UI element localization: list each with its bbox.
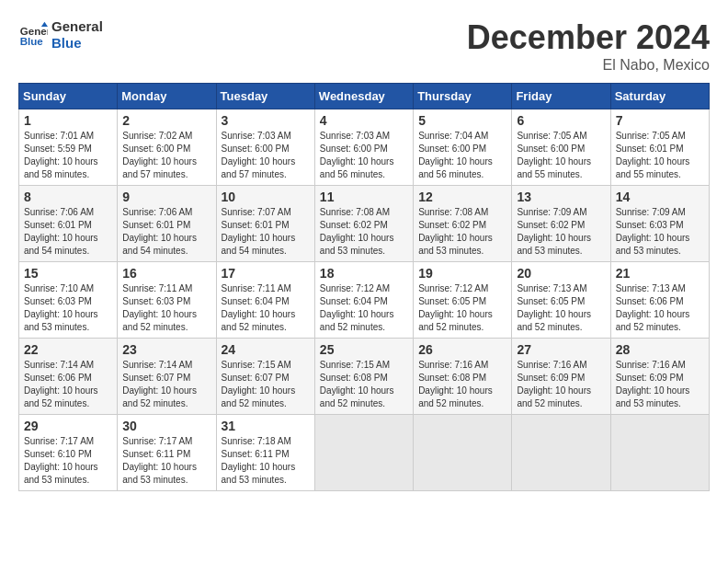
calendar-cell: 23Sunrise: 7:14 AM Sunset: 6:07 PM Dayli…	[118, 339, 216, 415]
calendar-cell: 9Sunrise: 7:06 AM Sunset: 6:01 PM Daylig…	[118, 186, 216, 262]
day-info: Sunrise: 7:11 AM Sunset: 6:03 PM Dayligh…	[122, 282, 210, 334]
day-info: Sunrise: 7:10 AM Sunset: 6:03 PM Dayligh…	[24, 282, 112, 334]
day-number: 3	[222, 113, 310, 128]
day-info: Sunrise: 7:17 AM Sunset: 6:10 PM Dayligh…	[24, 435, 112, 487]
calendar-cell	[414, 415, 512, 491]
day-number: 1	[24, 113, 112, 128]
title-block: December 2024 El Nabo, Mexico	[467, 18, 710, 74]
calendar-cell: 29Sunrise: 7:17 AM Sunset: 6:10 PM Dayli…	[19, 415, 118, 491]
day-number: 28	[616, 342, 704, 357]
calendar-cell: 15Sunrise: 7:10 AM Sunset: 6:03 PM Dayli…	[19, 262, 118, 339]
day-info: Sunrise: 7:06 AM Sunset: 6:01 PM Dayligh…	[24, 206, 112, 258]
day-info: Sunrise: 7:12 AM Sunset: 6:05 PM Dayligh…	[418, 282, 506, 334]
day-number: 19	[418, 266, 506, 281]
week-row-5: 29Sunrise: 7:17 AM Sunset: 6:10 PM Dayli…	[19, 415, 710, 491]
logo: General Blue General Blue	[18, 18, 103, 52]
logo-blue: Blue	[51, 35, 103, 52]
calendar-cell: 11Sunrise: 7:08 AM Sunset: 6:02 PM Dayli…	[314, 186, 413, 262]
day-number: 29	[24, 419, 112, 433]
day-number: 25	[320, 342, 408, 357]
calendar-cell: 31Sunrise: 7:18 AM Sunset: 6:11 PM Dayli…	[216, 415, 314, 491]
calendar-cell: 22Sunrise: 7:14 AM Sunset: 6:06 PM Dayli…	[19, 339, 118, 415]
day-number: 31	[222, 419, 310, 433]
page-header: General Blue General Blue December 2024 …	[18, 18, 710, 74]
day-info: Sunrise: 7:16 AM Sunset: 6:09 PM Dayligh…	[616, 359, 704, 410]
day-number: 17	[222, 266, 310, 281]
week-row-1: 1Sunrise: 7:01 AM Sunset: 5:59 PM Daylig…	[19, 109, 710, 186]
day-number: 13	[517, 190, 605, 204]
day-number: 2	[122, 113, 210, 128]
calendar-cell: 6Sunrise: 7:05 AM Sunset: 6:00 PM Daylig…	[512, 109, 610, 186]
calendar-cell	[610, 415, 709, 491]
calendar-cell: 26Sunrise: 7:16 AM Sunset: 6:08 PM Dayli…	[414, 339, 512, 415]
day-number: 9	[122, 190, 210, 204]
day-number: 5	[418, 113, 506, 128]
day-number: 30	[122, 419, 210, 433]
calendar-cell: 2Sunrise: 7:02 AM Sunset: 6:00 PM Daylig…	[118, 109, 216, 186]
day-info: Sunrise: 7:09 AM Sunset: 6:03 PM Dayligh…	[616, 206, 704, 258]
day-info: Sunrise: 7:17 AM Sunset: 6:11 PM Dayligh…	[122, 435, 210, 487]
day-number: 23	[122, 342, 210, 357]
day-info: Sunrise: 7:13 AM Sunset: 6:05 PM Dayligh…	[517, 282, 605, 334]
day-number: 21	[616, 266, 704, 281]
svg-marker-2	[41, 22, 48, 27]
day-number: 6	[517, 113, 605, 128]
day-number: 18	[320, 266, 408, 281]
calendar-cell: 3Sunrise: 7:03 AM Sunset: 6:00 PM Daylig…	[216, 109, 314, 186]
day-info: Sunrise: 7:03 AM Sunset: 6:00 PM Dayligh…	[320, 130, 408, 181]
day-number: 22	[24, 342, 112, 357]
calendar-table: SundayMondayTuesdayWednesdayThursdayFrid…	[18, 83, 710, 491]
calendar-cell: 10Sunrise: 7:07 AM Sunset: 6:01 PM Dayli…	[216, 186, 314, 262]
day-number: 10	[222, 190, 310, 204]
day-info: Sunrise: 7:08 AM Sunset: 6:02 PM Dayligh…	[418, 206, 506, 258]
logo-general: General	[51, 18, 103, 35]
calendar-cell	[314, 415, 413, 491]
day-info: Sunrise: 7:08 AM Sunset: 6:02 PM Dayligh…	[320, 206, 408, 258]
day-number: 12	[418, 190, 506, 204]
day-info: Sunrise: 7:13 AM Sunset: 6:06 PM Dayligh…	[616, 282, 704, 334]
week-row-2: 8Sunrise: 7:06 AM Sunset: 6:01 PM Daylig…	[19, 186, 710, 262]
calendar-cell: 28Sunrise: 7:16 AM Sunset: 6:09 PM Dayli…	[610, 339, 709, 415]
svg-text:Blue: Blue	[20, 36, 44, 47]
day-number: 16	[122, 266, 210, 281]
day-info: Sunrise: 7:01 AM Sunset: 5:59 PM Dayligh…	[24, 130, 112, 181]
calendar-cell: 25Sunrise: 7:15 AM Sunset: 6:08 PM Dayli…	[314, 339, 413, 415]
day-info: Sunrise: 7:12 AM Sunset: 6:04 PM Dayligh…	[320, 282, 408, 334]
day-number: 14	[616, 190, 704, 204]
week-row-3: 15Sunrise: 7:10 AM Sunset: 6:03 PM Dayli…	[19, 262, 710, 339]
day-info: Sunrise: 7:14 AM Sunset: 6:06 PM Dayligh…	[24, 359, 112, 410]
calendar-cell: 14Sunrise: 7:09 AM Sunset: 6:03 PM Dayli…	[610, 186, 709, 262]
calendar-cell: 8Sunrise: 7:06 AM Sunset: 6:01 PM Daylig…	[19, 186, 118, 262]
calendar-cell: 16Sunrise: 7:11 AM Sunset: 6:03 PM Dayli…	[118, 262, 216, 339]
week-row-4: 22Sunrise: 7:14 AM Sunset: 6:06 PM Dayli…	[19, 339, 710, 415]
weekday-header-saturday: Saturday	[610, 84, 709, 109]
calendar-cell: 5Sunrise: 7:04 AM Sunset: 6:00 PM Daylig…	[414, 109, 512, 186]
day-info: Sunrise: 7:06 AM Sunset: 6:01 PM Dayligh…	[122, 206, 210, 258]
day-info: Sunrise: 7:18 AM Sunset: 6:11 PM Dayligh…	[222, 435, 310, 487]
day-info: Sunrise: 7:05 AM Sunset: 6:01 PM Dayligh…	[616, 130, 704, 181]
day-number: 26	[418, 342, 506, 357]
location-subtitle: El Nabo, Mexico	[467, 57, 710, 74]
weekday-header-row: SundayMondayTuesdayWednesdayThursdayFrid…	[19, 84, 710, 109]
day-number: 4	[320, 113, 408, 128]
calendar-cell: 1Sunrise: 7:01 AM Sunset: 5:59 PM Daylig…	[19, 109, 118, 186]
day-info: Sunrise: 7:15 AM Sunset: 6:08 PM Dayligh…	[320, 359, 408, 410]
day-number: 24	[222, 342, 310, 357]
day-info: Sunrise: 7:11 AM Sunset: 6:04 PM Dayligh…	[222, 282, 310, 334]
calendar-cell: 18Sunrise: 7:12 AM Sunset: 6:04 PM Dayli…	[314, 262, 413, 339]
day-number: 8	[24, 190, 112, 204]
day-info: Sunrise: 7:07 AM Sunset: 6:01 PM Dayligh…	[222, 206, 310, 258]
day-info: Sunrise: 7:09 AM Sunset: 6:02 PM Dayligh…	[517, 206, 605, 258]
day-number: 27	[517, 342, 605, 357]
calendar-cell: 19Sunrise: 7:12 AM Sunset: 6:05 PM Dayli…	[414, 262, 512, 339]
calendar-cell: 13Sunrise: 7:09 AM Sunset: 6:02 PM Dayli…	[512, 186, 610, 262]
day-info: Sunrise: 7:02 AM Sunset: 6:00 PM Dayligh…	[122, 130, 210, 181]
day-info: Sunrise: 7:05 AM Sunset: 6:00 PM Dayligh…	[517, 130, 605, 181]
day-info: Sunrise: 7:14 AM Sunset: 6:07 PM Dayligh…	[122, 359, 210, 410]
day-number: 11	[320, 190, 408, 204]
day-info: Sunrise: 7:16 AM Sunset: 6:08 PM Dayligh…	[418, 359, 506, 410]
weekday-header-thursday: Thursday	[414, 84, 512, 109]
calendar-cell: 4Sunrise: 7:03 AM Sunset: 6:00 PM Daylig…	[314, 109, 413, 186]
weekday-header-sunday: Sunday	[19, 84, 118, 109]
logo-icon: General Blue	[18, 20, 48, 50]
